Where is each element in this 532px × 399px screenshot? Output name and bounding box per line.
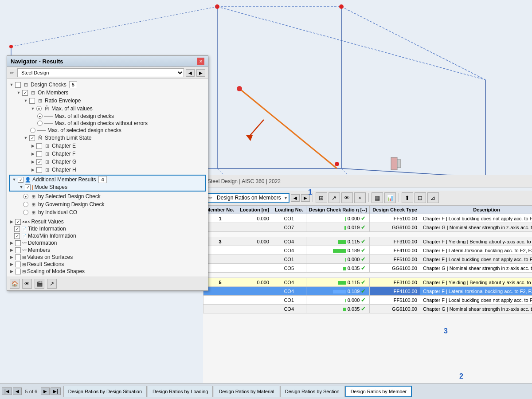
nav-camera-btn[interactable]: 🎬 bbox=[35, 279, 44, 289]
table-row[interactable] bbox=[203, 232, 532, 237]
radio-by-selected[interactable] bbox=[23, 194, 28, 199]
tree-max-selected[interactable]: Max. of selected design checks bbox=[7, 127, 208, 134]
eye-btn[interactable]: 👁 bbox=[341, 192, 353, 203]
results-dropdown-box[interactable]: ✏ Design Ratios on Members ▾ bbox=[206, 193, 289, 203]
results-prev-btn[interactable]: ◀ bbox=[291, 194, 300, 202]
check-icon: ✔ bbox=[361, 247, 366, 254]
tree-result-sections[interactable]: ▶ ⊟ Result Sections bbox=[7, 261, 208, 268]
checkbox-chapter-e[interactable] bbox=[36, 143, 42, 149]
tree-max-all-dc[interactable]: Max. of all design checks bbox=[7, 113, 208, 120]
table-row[interactable]: CO1 0.000 ✔ FF5100.00 Chapter F | Local … bbox=[203, 255, 532, 264]
tree-values-surfaces[interactable]: ▶ ⊟ Values on Surfaces bbox=[7, 254, 208, 261]
table-row[interactable]: CO7 0.019 ✔ GG6100.00 Chapter G | Nomina… bbox=[203, 223, 532, 232]
checkbox-chapter-f[interactable] bbox=[36, 151, 42, 157]
checkbox-title[interactable] bbox=[14, 226, 20, 232]
checkbox-result-sections[interactable] bbox=[15, 262, 21, 267]
tree-chapter-h[interactable]: ▶ ⊞ Chapter H bbox=[7, 166, 208, 174]
checkbox-result-values[interactable] bbox=[15, 219, 21, 225]
checkbox-deformation[interactable] bbox=[15, 240, 21, 246]
nav-home-btn[interactable]: 🏠 bbox=[10, 279, 20, 289]
tab-prev-btn[interactable]: ◀ bbox=[13, 387, 22, 395]
tree-members[interactable]: ▶ 〰 Members bbox=[7, 246, 208, 254]
nav-dropdown[interactable]: Steel Design bbox=[17, 68, 184, 77]
xxx-btn[interactable]: × bbox=[354, 192, 366, 203]
tree-chapter-f[interactable]: ▶ ⊞ Chapter F bbox=[7, 150, 208, 158]
tab-next-btn[interactable]: ▶ bbox=[41, 387, 50, 395]
tree-strength-limit[interactable]: ▼ M̃ Strength Limit State bbox=[7, 134, 208, 142]
results-dropdown-icon: ✏ bbox=[208, 195, 212, 201]
checkbox-additional[interactable] bbox=[18, 177, 23, 183]
tree-max-no-errors[interactable]: Max. of all design checks without errors bbox=[7, 120, 208, 127]
filter2-btn[interactable]: ⊿ bbox=[427, 192, 439, 203]
tree-by-individual-co[interactable]: ⊞ by Individual CO bbox=[7, 208, 208, 216]
tab-1[interactable]: Design Ratios by Loading bbox=[148, 386, 213, 397]
checkbox-members[interactable] bbox=[15, 247, 21, 253]
annotation-1: 1 bbox=[308, 188, 312, 196]
radio-max-no-errors[interactable] bbox=[37, 121, 43, 126]
export-btn[interactable]: ⬆ bbox=[402, 192, 413, 203]
check-icon: ✔ bbox=[361, 305, 366, 312]
tree-chapter-e[interactable]: ▶ ⊞ Chapter E bbox=[7, 142, 208, 150]
tab-4[interactable]: Design Ratios by Member bbox=[345, 386, 412, 397]
tab-2[interactable]: Design Ratios by Material bbox=[214, 386, 279, 397]
radio-max-all-dc[interactable] bbox=[37, 113, 43, 119]
checkbox-scaling[interactable] bbox=[15, 269, 21, 274]
tab-first-btn[interactable]: |◀ bbox=[2, 387, 12, 395]
close-button[interactable]: ✕ bbox=[197, 58, 204, 65]
cell-section-id: FF4100.00 bbox=[370, 246, 420, 255]
tab-last-btn[interactable]: ▶| bbox=[51, 387, 61, 395]
table-row[interactable]: 3 0.000 CO4 0.115 ✔ FF3100.00 Chapter F … bbox=[203, 237, 532, 246]
radio-by-governing[interactable] bbox=[23, 202, 28, 207]
tree-design-checks[interactable]: ▼ ⊞ Design Checks 5 bbox=[7, 81, 208, 89]
tree-scaling[interactable]: ▶ ⊟ Scaling of Mode Shapes bbox=[7, 268, 208, 275]
radio-max-all-values[interactable] bbox=[36, 106, 42, 111]
chart-btn[interactable]: 📊 bbox=[384, 192, 396, 203]
tree-by-selected[interactable]: ⊞ by Selected Design Check bbox=[7, 192, 208, 200]
tree-chapter-g[interactable]: ▶ ⊞ Chapter G bbox=[7, 158, 208, 166]
checkbox-design-checks[interactable] bbox=[15, 82, 21, 88]
tree-ratio-envelope[interactable]: ▼ ⊞ Ratio Envelope bbox=[7, 97, 208, 105]
radio-by-individual[interactable] bbox=[23, 210, 28, 215]
tab-0[interactable]: Design Ratios by Design Situation bbox=[63, 386, 147, 397]
tree-on-members[interactable]: ▼ ⊞ On Members bbox=[7, 89, 208, 97]
nav-next-btn[interactable]: ▶ bbox=[196, 69, 205, 77]
filter-select-btn[interactable]: ⊞ bbox=[316, 192, 327, 203]
nav-prev-btn[interactable]: ◀ bbox=[186, 69, 195, 77]
tree-max-all-values[interactable]: ▼ M̃ Max. of all values bbox=[7, 105, 208, 113]
tree-mode-shapes[interactable]: ▼ | Mode Shapes bbox=[10, 184, 205, 191]
checkbox-mode-shapes[interactable] bbox=[25, 184, 31, 190]
checkbox-maxmin[interactable] bbox=[14, 233, 20, 239]
table-btn[interactable]: ▦ bbox=[372, 192, 383, 203]
checkbox-ratio-envelope[interactable] bbox=[29, 98, 35, 104]
icon-design-checks: ⊞ bbox=[22, 81, 29, 88]
tab-3[interactable]: Design Ratios by Section bbox=[280, 386, 344, 397]
checkbox-strength[interactable] bbox=[29, 135, 35, 141]
table-row[interactable]: 5 0.000 CO4 0.115 ✔ FF3100.00 Chapter F … bbox=[203, 278, 532, 287]
table-row[interactable]: CO5 0.035 ✔ GG6100.00 Chapter G | Nomina… bbox=[203, 264, 532, 273]
checkbox-chapter-g[interactable] bbox=[36, 159, 42, 165]
tree-by-governing[interactable]: ⊞ by Governing Design Check bbox=[7, 200, 208, 208]
table-row[interactable]: 1 0.000 CO1 0.000 ✔ FF5100.00 Chapter F … bbox=[203, 214, 532, 223]
checkbox-chapter-h[interactable] bbox=[36, 167, 42, 173]
table-row[interactable] bbox=[203, 273, 532, 278]
checkbox-surfaces[interactable] bbox=[15, 254, 21, 260]
table-row[interactable]: CO4 0.035 ✔ GG6100.00 Chapter G | Nomina… bbox=[203, 305, 532, 313]
radio-max-selected[interactable] bbox=[30, 128, 35, 133]
tree-title-info[interactable]: 📄 Title Information bbox=[7, 225, 208, 232]
tree-additional-member[interactable]: ▼ 👤 Additional Member Results 4 bbox=[10, 176, 205, 184]
tree-result-values[interactable]: ▶ ××× Result Values bbox=[7, 218, 208, 225]
checkbox-on-members[interactable] bbox=[22, 90, 28, 96]
table-row[interactable]: CO1 0.000 ✔ FF5100.00 Chapter F | Local … bbox=[203, 296, 532, 305]
tab-bar: |◀ ◀ 5 of 6 ▶ ▶| Design Ratios by Design… bbox=[0, 383, 532, 399]
label-members: Members bbox=[28, 247, 50, 253]
col-design-ratio: Design Check Ratio η [--] bbox=[306, 206, 370, 214]
tree-deformation[interactable]: ▶ 〰 Deformation bbox=[7, 239, 208, 246]
tree-maxmin[interactable]: 📄 Max/Min Information bbox=[7, 232, 208, 239]
table-row[interactable]: CO4 0.189 ✔ FF4100.00 Chapter F | Latera… bbox=[203, 246, 532, 255]
select-btn[interactable]: ↗ bbox=[329, 192, 340, 203]
nav-eye-btn[interactable]: 👁 bbox=[22, 279, 32, 289]
funnel-btn[interactable]: ⊡ bbox=[415, 192, 426, 203]
table-row[interactable]: CO4 0.189 ✔ FF4100.00 Chapter F | Latera… bbox=[203, 287, 532, 296]
nav-toolbar: ✏ Steel Design ◀ ▶ bbox=[7, 67, 208, 79]
nav-arrow-btn2[interactable]: ↗ bbox=[47, 279, 57, 289]
